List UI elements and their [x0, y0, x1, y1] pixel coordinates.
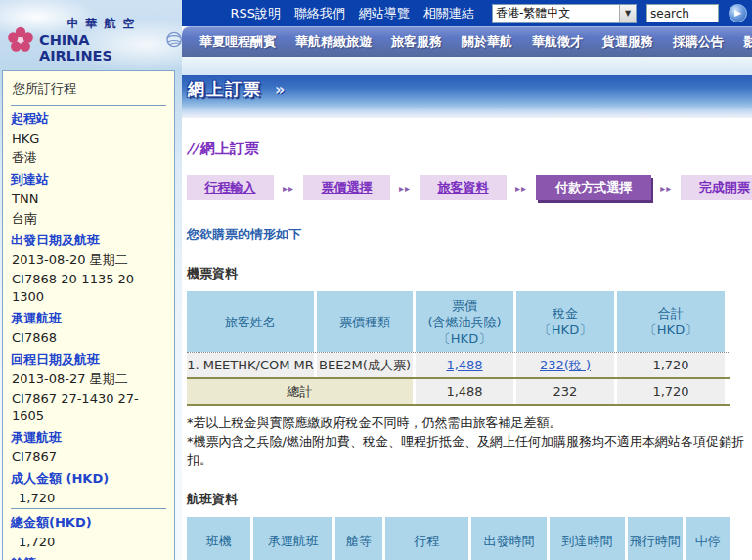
- nav-item[interactable]: 旅客服務: [381, 33, 452, 51]
- ticket-header-cell: 合計〔HKD〕: [617, 291, 725, 352]
- topbar-link[interactable]: RSS說明: [230, 5, 281, 22]
- step-done[interactable]: 旅客資料: [420, 175, 507, 200]
- sidebar-section-value: CI7868: [3, 328, 174, 348]
- flight-header-cell: 行程: [385, 517, 468, 560]
- ticket-header-cell: 旅客姓名: [187, 291, 314, 352]
- sidebar-section-label: 回程日期及航班: [3, 348, 174, 369]
- sidebar-section-value: 香港: [3, 149, 174, 168]
- intro-text: 您欲購票的情形如下: [187, 226, 752, 243]
- sidebar-section-label: 成人金額 (HKD): [3, 467, 174, 489]
- nav-item[interactable]: 華航精緻旅遊: [286, 33, 381, 51]
- ticket-table-rows: 1. MEETHK/COM MRBEE2M(成人票)1,488232(稅 )1,…: [187, 352, 730, 377]
- china-airlines-logo[interactable]: 中華航空 CHINA AIRLINES: [6, 16, 182, 64]
- nav-item[interactable]: 華航徵才: [522, 33, 593, 51]
- sidebar-section-value: CI7868 20-1135 20-1300: [3, 270, 174, 307]
- sidebar-section-value: CI7867 27-1430 27-1605: [3, 389, 174, 426]
- flight-header-cell: 中停: [686, 517, 730, 560]
- ticket-table-header: 旅客姓名票價種類票價(含燃油兵險)〔HKD〕稅金〔HKD〕合計〔HKD〕: [187, 291, 730, 352]
- flight-table: 班機承運航班艙等行程出發時間到達時間飛行時間中停 CI7868CI7868RHK…: [187, 517, 730, 560]
- step-done[interactable]: 票價選擇: [303, 175, 390, 200]
- step-separator-icon: ▸▸: [513, 183, 529, 194]
- sidebar-section-label: 出發日期及航班: [3, 229, 174, 250]
- sidebar-divider: [11, 508, 166, 509]
- nav-item[interactable]: 關於華航: [452, 33, 522, 51]
- step-separator-icon: ▸▸: [281, 183, 296, 194]
- sidebar-section-value: 1,720: [3, 533, 174, 552]
- search-go-button[interactable]: ▶: [729, 4, 747, 22]
- sidebar-section-value: HKG: [3, 129, 174, 149]
- globe-icon: [166, 31, 182, 48]
- sidebar-section-label: 起程站: [3, 108, 174, 129]
- step-done[interactable]: 行程輸入: [187, 175, 274, 200]
- ticket-notes: *若以上稅金與實際應繳政府稅金不同時，仍然需由旅客補足差額。*機票內含之兵險/燃…: [187, 413, 752, 469]
- sidebar-section-value: 2013-08-20 星期二: [3, 250, 174, 270]
- flight-header-cell: 出發時間: [471, 517, 547, 560]
- total-row-label: 總計: [187, 379, 413, 404]
- sidebar-section-value: TNN: [3, 190, 174, 209]
- ticket-table-total: 總計1,4882321,720: [187, 377, 730, 406]
- sky-strip: [182, 57, 752, 75]
- fare-cell: 1,488: [416, 353, 513, 377]
- table-row: 1. MEETHK/COM MRBEE2M(成人票)1,488232(稅 )1,…: [187, 352, 730, 377]
- topbar-link[interactable]: 聯絡我們: [294, 5, 345, 22]
- ticket-note: *若以上稅金與實際應繳政府稅金不同時，仍然需由旅客補足差額。: [187, 413, 752, 432]
- sidebar-section-value: 2013-08-27 星期二: [3, 369, 174, 389]
- page: 中華航空 CHINA AIRLINES 您所訂行程 起程站HKG香港到達站TNN…: [0, 0, 752, 560]
- step-separator-icon: ▸▸: [658, 183, 674, 194]
- tax-cell: 232(稅 ): [516, 353, 614, 377]
- itinerary-sidebar: 您所訂行程 起程站HKG香港到達站TNN台南出發日期及航班2013-08-20 …: [2, 70, 175, 560]
- ticket-table: 旅客姓名票價種類票價(含燃油兵險)〔HKD〕稅金〔HKD〕合計〔HKD〕 1. …: [187, 291, 730, 406]
- nav-item[interactable]: 貨運服務: [593, 33, 663, 51]
- sidebar-section-label: 承運航班: [3, 307, 174, 328]
- sidebar-section-label: 總金額(HKD): [3, 511, 174, 533]
- chevron-down-icon[interactable]: ▼: [619, 5, 636, 22]
- step-separator-icon: ▸▸: [397, 183, 413, 194]
- ticket-table-caption: 機票資料: [187, 265, 752, 282]
- main-nav: 華夏哩程酬賓華航精緻旅遊旅客服務關於華航華航徵才貨運服務採購公告影音專區: [182, 26, 752, 57]
- flight-header-cell: 艙等: [335, 517, 381, 560]
- nav-item[interactable]: 採購公告: [663, 33, 733, 51]
- ticket-note: *機票內含之兵險/燃油附加費、稅金、哩程折抵金、及網上任何加購服務均不適用本網站…: [187, 432, 752, 469]
- step-active: 付款方式選擇: [536, 175, 651, 200]
- fare-link[interactable]: 1,488: [446, 358, 482, 372]
- ticket-header-cell: 票價種類: [317, 291, 413, 352]
- plum-blossom-icon: [6, 25, 35, 55]
- sidebar-section-label: 到達站: [3, 168, 174, 190]
- ticket-header-cell: 稅金〔HKD〕: [516, 291, 614, 352]
- main-content: //網上訂票 行程輸入▸▸票價選擇▸▸旅客資料▸▸付款方式選擇▸▸完成開票 您欲…: [182, 118, 752, 560]
- total-cell: 1,720: [617, 353, 725, 377]
- flight-table-caption: 航班資料: [187, 491, 752, 508]
- sidebar-section-label: 承運航班: [3, 426, 174, 448]
- language-select-value: 香港-繁體中文: [493, 5, 570, 22]
- sidebar-divider: [11, 105, 166, 106]
- tax-link[interactable]: 232(稅 ): [540, 357, 591, 374]
- page-banner: 網上訂票 »: [182, 75, 752, 118]
- banner-chevron-icon: »: [275, 80, 285, 99]
- nav-item[interactable]: 華夏哩程酬賓: [190, 33, 286, 51]
- topbar-link[interactable]: 相關連結: [423, 5, 474, 22]
- flight-header-cell: 飛行時間: [628, 517, 682, 560]
- step-upcoming: 完成開票: [681, 175, 752, 200]
- top-utility-bar: RSS說明聯絡我們網站導覽相關連結 香港-繁體中文 ▼ ▶: [182, 0, 752, 26]
- language-select[interactable]: 香港-繁體中文 ▼: [492, 4, 637, 23]
- sidebar-section-value: 台南: [3, 209, 174, 229]
- total-row-value: 1,488: [416, 379, 513, 404]
- flight-table-header: 班機承運航班艙等行程出發時間到達時間飛行時間中停: [187, 517, 730, 560]
- search-input[interactable]: [646, 4, 719, 22]
- topbar-link[interactable]: 網站導覽: [359, 5, 410, 22]
- logo-text-chinese: 中華航空: [60, 16, 141, 32]
- total-row-value: 1,720: [617, 379, 725, 404]
- total-row-value: 232: [516, 379, 614, 404]
- page-title: //網上訂票: [187, 140, 752, 158]
- passenger-name-cell: 1. MEETHK/COM MR: [187, 353, 314, 377]
- fare-type-cell: BEE2M(成人票): [317, 353, 413, 377]
- flight-header-cell: 承運航班: [253, 517, 332, 560]
- flight-header-cell: 到達時間: [550, 517, 625, 560]
- banner-title: 網上訂票: [188, 78, 262, 101]
- sidebar-section-value: CI7867: [3, 448, 174, 467]
- sidebar-section-label: 艙等: [3, 552, 174, 560]
- title-slashes-icon: //: [187, 140, 198, 157]
- nav-item[interactable]: 影音專區: [733, 33, 752, 51]
- sidebar-section-value: 1,720: [3, 489, 174, 508]
- ticket-header-cell: 票價(含燃油兵險)〔HKD〕: [416, 291, 513, 352]
